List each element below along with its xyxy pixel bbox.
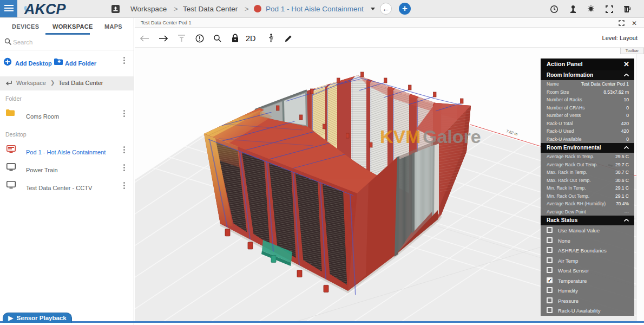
svg-text:Galore: Galore: [423, 126, 481, 147]
svg-text:KVM: KVM: [380, 126, 421, 147]
svg-text:AKCP: AKCP: [24, 1, 66, 17]
